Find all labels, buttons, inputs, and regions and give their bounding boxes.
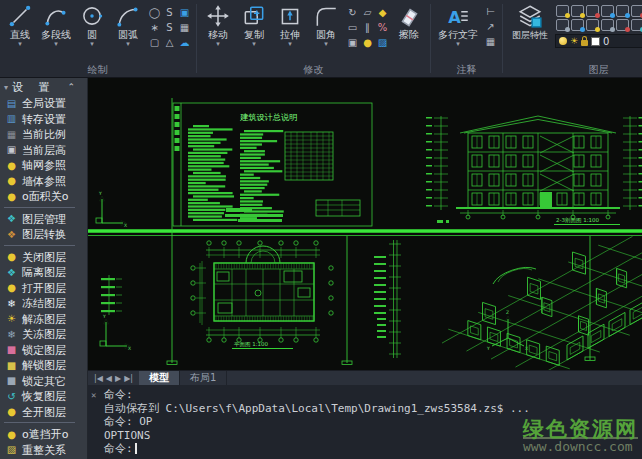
fillet-button[interactable]: 圆角 ▾	[309, 2, 343, 48]
sidebar-item-bulb[interactable]: ●全开图层	[0, 405, 79, 421]
sidebar-item-label: 冻结图层	[22, 296, 66, 311]
sidebar-item-doc-copy[interactable]: ▥转存设置	[0, 112, 79, 128]
tab-nav-arrow-icon[interactable]: ◀	[106, 374, 112, 383]
sheet-tab-模型[interactable]: 模型	[139, 371, 180, 385]
sidebar-item-label: 关闭图层	[22, 250, 66, 265]
command-close-icon[interactable]: ✕	[91, 389, 96, 403]
tab-navigation-arrows[interactable]: |◀◀▶▶|	[88, 371, 139, 385]
line-button[interactable]: 直线 ▾	[3, 2, 37, 48]
sidebar-item-lock-yellow[interactable]: ■解锁图层	[0, 358, 79, 374]
sidebar-item-layers-orange[interactable]: ❖图层转换	[0, 227, 79, 243]
rotate-icon[interactable]: ↻	[345, 5, 360, 20]
revision-cloud-icon[interactable]: ☁	[177, 35, 192, 50]
tab-nav-arrow-icon[interactable]: ▶	[115, 374, 121, 383]
sidebar-item-bulb[interactable]: ●轴网参照	[0, 158, 79, 174]
command-line-window[interactable]: ✕ 命令:自动保存到 C:\Users\f\AppData\Local\Temp…	[88, 385, 642, 459]
hatch-icon[interactable]: ▦	[177, 20, 192, 35]
sidebar-item-doc-edit[interactable]: ▤全局设置	[0, 96, 79, 112]
layer-tool-icon[interactable]	[586, 19, 599, 31]
layer-tool-icon[interactable]	[571, 19, 584, 31]
layer-properties-label: 图层特性	[512, 29, 548, 41]
ribbon-toolbar: 直线 ▾ 多段线 ▾ 圆 ▾	[0, 0, 642, 78]
layer-properties-button[interactable]: 图层特性	[507, 2, 553, 41]
sidebar-item-lock-gray[interactable]: ■锁定其它	[0, 374, 79, 390]
axonometric-view	[442, 236, 642, 370]
floor-height-icon: ▣	[5, 144, 18, 156]
sheet-tab-布局1[interactable]: 布局1	[180, 371, 227, 385]
mirror-icon[interactable]: ▱	[360, 5, 375, 20]
svg-text:建筑设计总说明: 建筑设计总说明	[240, 112, 297, 122]
layer-tool-icon[interactable]	[571, 5, 584, 17]
snowflake-icon: ❄	[5, 298, 18, 310]
detail-fragment	[101, 275, 122, 315]
spline-icon[interactable]: S	[162, 5, 177, 20]
layer-tool-icon[interactable]	[601, 19, 614, 31]
edit-hatch-icon[interactable]: ▨	[375, 35, 390, 50]
sidebar-item-relations[interactable]: ▨重整关系	[0, 443, 79, 459]
layer-tool-icon[interactable]	[631, 5, 642, 17]
layer-freeze-sun-icon: ☀	[570, 37, 578, 46]
arc-button[interactable]: 圆弧 ▾	[111, 2, 145, 48]
sidebar-item-bulb[interactable]: ●打开图层	[0, 281, 79, 297]
dimension-icon[interactable]: ⊢	[483, 4, 498, 19]
circle-button[interactable]: 圆 ▾	[75, 2, 109, 48]
explode-icon[interactable]: ▣	[345, 35, 360, 50]
leader-icon[interactable]: ↗	[483, 19, 498, 34]
sidebar-item-layers-teal[interactable]: ❖图层管理	[0, 212, 79, 228]
ellipse-icon[interactable]: ◯	[147, 5, 162, 20]
polygon-icon[interactable]: △	[162, 35, 177, 50]
sidebar-item-restore[interactable]: ↺恢复图层	[0, 389, 79, 405]
svg-text:Y: Y	[98, 191, 102, 196]
copy-button[interactable]: 复制 ▾	[237, 2, 271, 48]
tab-nav-arrow-icon[interactable]: |◀	[94, 374, 103, 383]
sidebar-item-scale[interactable]: ▦当前比例	[0, 127, 79, 143]
layer-tool-icon[interactable]	[616, 5, 629, 17]
svg-text:X: X	[124, 223, 127, 228]
layer-tool-icon[interactable]	[556, 5, 569, 17]
point-icon[interactable]: ∗	[147, 20, 162, 35]
layer-tool-icon[interactable]	[631, 19, 642, 31]
move-button[interactable]: 移动 ▾	[201, 2, 235, 48]
layer-tool-icon[interactable]	[556, 19, 569, 31]
layer-dropdown[interactable]: ☀ 0 ▼	[555, 34, 642, 48]
sidebar-menu-caret-icon: ▾	[4, 83, 8, 92]
table-icon[interactable]: ▦	[483, 34, 498, 49]
drawing-canvas[interactable]: 建筑设计总说明2-3剖面图 1:100平面图 1:100YXYXZXY	[88, 78, 642, 370]
sidebar-item-label: 全局设置	[22, 96, 66, 111]
sidebar-item-sun[interactable]: ☀解冻图层	[0, 312, 79, 328]
layer-state-dot	[610, 13, 615, 18]
sidebar-item-snowflake[interactable]: ❄冻结图层	[0, 296, 79, 312]
circle-icon	[79, 3, 105, 29]
sidebar-item-layers-teal[interactable]: ❖隔离图层	[0, 265, 79, 281]
layer-tool-icon[interactable]	[586, 5, 599, 17]
sidebar-item-bulb[interactable]: ●墙体参照	[0, 174, 79, 190]
offset-icon[interactable]: ▭	[345, 20, 360, 35]
join-icon[interactable]: ●	[360, 35, 375, 50]
sidebar-item-snowflake-off[interactable]: ❄关冻图层	[0, 327, 79, 343]
array-icon[interactable]: ∥	[360, 20, 375, 35]
lock-pink-icon: ■	[5, 344, 18, 356]
polyline-button[interactable]: 多段线 ▾	[39, 2, 73, 48]
stretch-button[interactable]: 拉伸 ▾	[273, 2, 307, 48]
ribbon-panel-annotate: A 多行文字 ▾ ⊢ ↗ ▦ 注释	[432, 0, 501, 77]
sidebar-collapse-icon[interactable]: ⌃	[67, 82, 75, 92]
trim-icon[interactable]: %	[375, 20, 390, 35]
region-icon[interactable]: ▢	[147, 35, 162, 50]
layer-tool-icon[interactable]	[616, 19, 629, 31]
spline-fit-icon[interactable]: S	[162, 20, 177, 35]
layer-state-dot	[565, 27, 570, 32]
tab-nav-arrow-icon[interactable]: ▶|	[124, 374, 133, 383]
rectangle-icon[interactable]: ▣	[177, 5, 192, 20]
sidebar-item-lock-pink[interactable]: ■锁定图层	[0, 343, 79, 359]
bulb-icon: ●	[5, 429, 18, 441]
sidebar-item-bulb[interactable]: ●o面积关o	[0, 189, 79, 205]
sidebar-item-bulb[interactable]: ●o遮挡开o	[0, 427, 79, 443]
erase-button[interactable]: 擦除	[392, 2, 426, 41]
sidebar-item-label: 轴网参照	[22, 158, 66, 173]
sidebar-item-bulb[interactable]: ●关闭图层	[0, 250, 79, 266]
sidebar-item-floor-height[interactable]: ▣当前层高	[0, 143, 79, 159]
sidebar-header[interactable]: ▾ 设 置 ⌃	[0, 78, 79, 96]
layer-tool-icon[interactable]	[601, 5, 614, 17]
mtext-button[interactable]: A 多行文字 ▾	[435, 2, 481, 48]
scale-icon[interactable]: ◆	[375, 5, 390, 20]
